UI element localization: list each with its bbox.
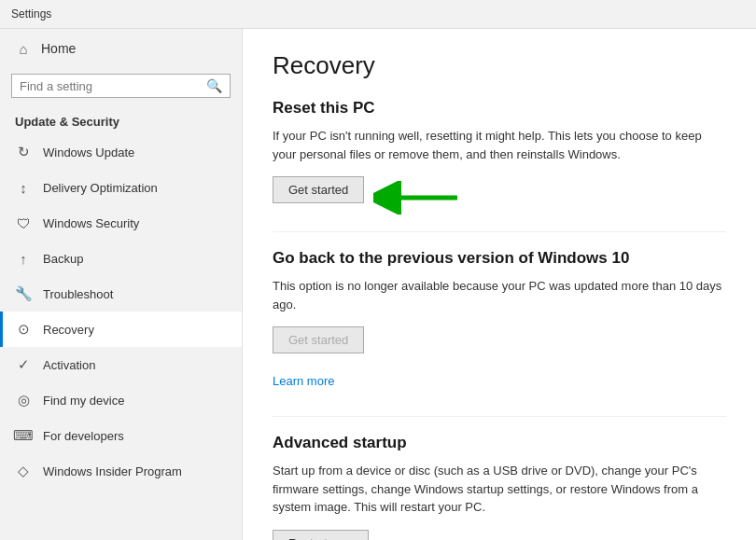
title-bar-label: Settings: [11, 7, 51, 21]
windows-update-icon: ↻: [15, 144, 32, 160]
sidebar-item-label: Backup: [43, 252, 83, 266]
windows-insider-icon: ◇: [15, 463, 32, 479]
go-back-get-started-button[interactable]: Get started: [273, 326, 364, 353]
reset-pc-section: Reset this PC If your PC isn't running w…: [273, 99, 726, 222]
home-icon: ⌂: [15, 40, 32, 57]
reset-pc-title: Reset this PC: [273, 99, 726, 118]
search-input[interactable]: [20, 79, 206, 93]
main-content: Recovery Reset this PC If your PC isn't …: [243, 29, 756, 540]
delivery-optimization-icon: ↕: [15, 179, 32, 196]
sidebar-item-label: Windows Insider Program: [43, 464, 182, 478]
title-bar: Settings: [0, 0, 756, 29]
sidebar-item-label: Windows Update: [43, 145, 134, 159]
search-icon[interactable]: 🔍: [206, 78, 222, 93]
advanced-startup-section: Advanced startup Start up from a device …: [273, 434, 726, 540]
go-back-section: Go back to the previous version of Windo…: [273, 249, 726, 407]
learn-more-link[interactable]: Learn more: [273, 374, 334, 388]
reset-pc-description: If your PC isn't running well, resetting…: [273, 127, 726, 163]
reset-pc-button-row: Get started: [273, 176, 726, 222]
advanced-startup-description: Start up from a device or disc (such as …: [273, 462, 726, 517]
search-box: 🔍: [11, 74, 231, 98]
sidebar-item-delivery-optimization[interactable]: ↕ Delivery Optimization: [0, 170, 242, 205]
sidebar-item-label: Activation: [43, 358, 95, 372]
windows-security-icon: 🛡: [15, 215, 32, 231]
sidebar-item-find-my-device[interactable]: ◎ Find my device: [0, 382, 242, 418]
for-developers-icon: ⌨: [15, 427, 32, 444]
sidebar-item-windows-insider[interactable]: ◇ Windows Insider Program: [0, 453, 242, 489]
go-back-description: This option is no longer available becau…: [273, 277, 726, 313]
main-layout: ⌂ Home 🔍 Update & Security ↻ Windows Upd…: [0, 29, 756, 540]
reset-pc-get-started-button[interactable]: Get started: [273, 176, 364, 203]
section-divider-1: [273, 231, 726, 232]
sidebar-item-label: Delivery Optimization: [43, 181, 158, 195]
sidebar: ⌂ Home 🔍 Update & Security ↻ Windows Upd…: [0, 29, 243, 540]
sidebar-item-windows-security[interactable]: 🛡 Windows Security: [0, 205, 242, 241]
advanced-startup-title: Advanced startup: [273, 434, 726, 452]
sidebar-item-windows-update[interactable]: ↻ Windows Update: [0, 134, 242, 170]
sidebar-item-label: Troubleshoot: [43, 287, 113, 301]
section-divider-2: [273, 416, 726, 417]
sidebar-item-label: Recovery: [43, 323, 94, 337]
sidebar-home-label: Home: [41, 41, 76, 56]
sidebar-item-home[interactable]: ⌂ Home: [0, 29, 242, 68]
sidebar-item-backup[interactable]: ↑ Backup: [0, 241, 242, 276]
go-back-title: Go back to the previous version of Windo…: [273, 249, 726, 268]
green-arrow-annotation: [373, 181, 467, 218]
backup-icon: ↑: [15, 250, 32, 267]
activation-icon: ✓: [15, 356, 32, 373]
sidebar-item-label: Windows Security: [43, 216, 139, 230]
sidebar-item-label: Find my device: [43, 394, 124, 408]
sidebar-item-activation[interactable]: ✓ Activation: [0, 347, 242, 382]
sidebar-item-recovery[interactable]: ⊙ Recovery: [0, 312, 242, 347]
sidebar-item-troubleshoot[interactable]: 🔧 Troubleshoot: [0, 276, 242, 312]
sidebar-item-for-developers[interactable]: ⌨ For developers: [0, 418, 242, 453]
sidebar-section-header: Update & Security: [0, 107, 242, 134]
sidebar-item-label: For developers: [43, 429, 124, 443]
restart-now-button[interactable]: Restart now: [273, 530, 369, 541]
find-my-device-icon: ◎: [15, 392, 32, 408]
recovery-icon: ⊙: [15, 321, 32, 338]
troubleshoot-icon: 🔧: [15, 285, 32, 302]
page-title: Recovery: [273, 51, 726, 80]
